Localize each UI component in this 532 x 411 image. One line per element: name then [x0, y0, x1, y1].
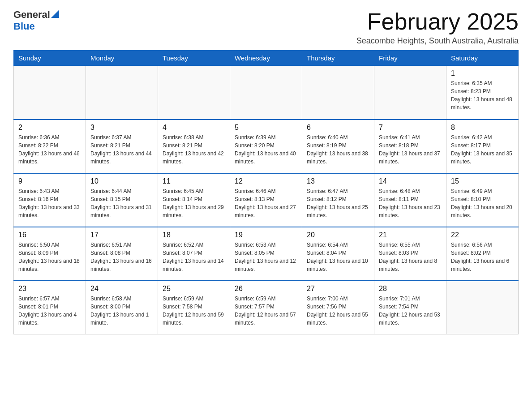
col-sunday: Sunday [14, 51, 86, 66]
day-info: Sunrise: 6:36 AMSunset: 8:22 PMDaylight:… [18, 133, 81, 166]
table-row: 7Sunrise: 6:41 AMSunset: 8:18 PMDaylight… [374, 120, 446, 173]
table-row [86, 66, 158, 120]
day-number: 3 [90, 124, 153, 132]
day-number: 13 [307, 177, 369, 185]
day-info: Sunrise: 6:37 AMSunset: 8:21 PMDaylight:… [90, 133, 153, 166]
logo-blue-text: Blue [13, 21, 35, 32]
table-row: 5Sunrise: 6:39 AMSunset: 8:20 PMDaylight… [230, 120, 302, 173]
day-info: Sunrise: 6:45 AMSunset: 8:14 PMDaylight:… [163, 187, 225, 219]
table-row: 26Sunrise: 6:59 AMSunset: 7:57 PMDayligh… [230, 281, 302, 334]
day-number: 21 [379, 231, 442, 239]
table-row: 19Sunrise: 6:53 AMSunset: 8:05 PMDayligh… [230, 227, 302, 281]
day-info: Sunrise: 6:49 AMSunset: 8:10 PMDaylight:… [451, 187, 514, 219]
table-row: 23Sunrise: 6:57 AMSunset: 8:01 PMDayligh… [14, 281, 86, 334]
day-info: Sunrise: 6:39 AMSunset: 8:20 PMDaylight:… [235, 133, 297, 166]
table-row [374, 66, 446, 120]
day-info: Sunrise: 6:44 AMSunset: 8:15 PMDaylight:… [90, 187, 153, 219]
day-info: Sunrise: 6:55 AMSunset: 8:03 PMDaylight:… [379, 241, 442, 273]
calendar-header-row: Sunday Monday Tuesday Wednesday Thursday… [14, 51, 519, 66]
day-number: 2 [18, 124, 81, 132]
table-row [158, 66, 230, 120]
month-title: February 2025 [356, 9, 519, 34]
calendar-week-row: 23Sunrise: 6:57 AMSunset: 8:01 PMDayligh… [14, 281, 519, 334]
table-row [446, 281, 519, 334]
day-info: Sunrise: 6:43 AMSunset: 8:16 PMDaylight:… [18, 187, 81, 219]
col-tuesday: Tuesday [158, 51, 230, 66]
day-number: 12 [235, 177, 297, 185]
logo-general-text: General [13, 9, 50, 21]
table-row: 15Sunrise: 6:49 AMSunset: 8:10 PMDayligh… [446, 173, 519, 227]
day-number: 11 [163, 177, 225, 185]
table-row: 3Sunrise: 6:37 AMSunset: 8:21 PMDaylight… [86, 120, 158, 173]
day-info: Sunrise: 6:42 AMSunset: 8:17 PMDaylight:… [451, 133, 514, 166]
day-number: 24 [90, 285, 153, 293]
table-row: 18Sunrise: 6:52 AMSunset: 8:07 PMDayligh… [158, 227, 230, 281]
table-row: 25Sunrise: 6:59 AMSunset: 7:58 PMDayligh… [158, 281, 230, 334]
col-thursday: Thursday [302, 51, 374, 66]
day-info: Sunrise: 7:01 AMSunset: 7:54 PMDaylight:… [379, 295, 442, 327]
table-row: 20Sunrise: 6:54 AMSunset: 8:04 PMDayligh… [302, 227, 374, 281]
day-number: 22 [451, 231, 514, 239]
day-info: Sunrise: 6:52 AMSunset: 8:07 PMDaylight:… [163, 241, 225, 273]
logo-triangle-icon [51, 10, 59, 18]
table-row: 2Sunrise: 6:36 AMSunset: 8:22 PMDaylight… [14, 120, 86, 173]
day-number: 16 [18, 231, 81, 239]
table-row: 21Sunrise: 6:55 AMSunset: 8:03 PMDayligh… [374, 227, 446, 281]
day-info: Sunrise: 6:48 AMSunset: 8:11 PMDaylight:… [379, 187, 442, 219]
day-info: Sunrise: 6:46 AMSunset: 8:13 PMDaylight:… [235, 187, 297, 219]
day-number: 6 [307, 124, 369, 132]
day-info: Sunrise: 6:51 AMSunset: 8:08 PMDaylight:… [90, 241, 153, 273]
calendar-week-row: 1Sunrise: 6:35 AMSunset: 8:23 PMDaylight… [14, 66, 519, 120]
logo: General Blue [13, 9, 59, 32]
day-number: 23 [18, 285, 81, 293]
day-info: Sunrise: 6:53 AMSunset: 8:05 PMDaylight:… [235, 241, 297, 273]
day-number: 4 [163, 124, 225, 132]
table-row: 1Sunrise: 6:35 AMSunset: 8:23 PMDaylight… [446, 66, 519, 120]
table-row: 9Sunrise: 6:43 AMSunset: 8:16 PMDaylight… [14, 173, 86, 227]
table-row: 8Sunrise: 6:42 AMSunset: 8:17 PMDaylight… [446, 120, 519, 173]
col-monday: Monday [86, 51, 158, 66]
calendar-week-row: 16Sunrise: 6:50 AMSunset: 8:09 PMDayligh… [14, 227, 519, 281]
table-row [14, 66, 86, 120]
day-info: Sunrise: 6:47 AMSunset: 8:12 PMDaylight:… [307, 187, 369, 219]
calendar-week-row: 2Sunrise: 6:36 AMSunset: 8:22 PMDaylight… [14, 120, 519, 173]
table-row: 28Sunrise: 7:01 AMSunset: 7:54 PMDayligh… [374, 281, 446, 334]
table-row: 10Sunrise: 6:44 AMSunset: 8:15 PMDayligh… [86, 173, 158, 227]
table-row [302, 66, 374, 120]
day-info: Sunrise: 6:35 AMSunset: 8:23 PMDaylight:… [451, 79, 514, 111]
day-number: 14 [379, 177, 442, 185]
day-number: 10 [90, 177, 153, 185]
day-number: 20 [307, 231, 369, 239]
table-row [230, 66, 302, 120]
table-row: 27Sunrise: 7:00 AMSunset: 7:56 PMDayligh… [302, 281, 374, 334]
day-info: Sunrise: 6:56 AMSunset: 8:02 PMDaylight:… [451, 241, 514, 273]
day-info: Sunrise: 6:59 AMSunset: 7:57 PMDaylight:… [235, 295, 297, 327]
day-number: 19 [235, 231, 297, 239]
day-info: Sunrise: 6:41 AMSunset: 8:18 PMDaylight:… [379, 133, 442, 166]
col-saturday: Saturday [446, 51, 519, 66]
day-number: 5 [235, 124, 297, 132]
day-info: Sunrise: 6:54 AMSunset: 8:04 PMDaylight:… [307, 241, 369, 273]
col-friday: Friday [374, 51, 446, 66]
day-number: 9 [18, 177, 81, 185]
calendar-week-row: 9Sunrise: 6:43 AMSunset: 8:16 PMDaylight… [14, 173, 519, 227]
table-row: 6Sunrise: 6:40 AMSunset: 8:19 PMDaylight… [302, 120, 374, 173]
svg-marker-0 [51, 10, 59, 18]
table-row: 14Sunrise: 6:48 AMSunset: 8:11 PMDayligh… [374, 173, 446, 227]
day-number: 1 [451, 69, 514, 77]
day-info: Sunrise: 6:57 AMSunset: 8:01 PMDaylight:… [18, 295, 81, 327]
day-info: Sunrise: 6:58 AMSunset: 8:00 PMDaylight:… [90, 295, 153, 327]
title-area: February 2025 Seacombe Heights, South Au… [356, 9, 519, 46]
day-info: Sunrise: 7:00 AMSunset: 7:56 PMDaylight:… [307, 295, 369, 327]
table-row: 11Sunrise: 6:45 AMSunset: 8:14 PMDayligh… [158, 173, 230, 227]
table-row: 4Sunrise: 6:38 AMSunset: 8:21 PMDaylight… [158, 120, 230, 173]
day-number: 28 [379, 285, 442, 293]
table-row: 13Sunrise: 6:47 AMSunset: 8:12 PMDayligh… [302, 173, 374, 227]
table-row: 17Sunrise: 6:51 AMSunset: 8:08 PMDayligh… [86, 227, 158, 281]
table-row: 16Sunrise: 6:50 AMSunset: 8:09 PMDayligh… [14, 227, 86, 281]
day-info: Sunrise: 6:38 AMSunset: 8:21 PMDaylight:… [163, 133, 225, 166]
table-row: 24Sunrise: 6:58 AMSunset: 8:00 PMDayligh… [86, 281, 158, 334]
location-subtitle: Seacombe Heights, South Australia, Austr… [356, 36, 519, 46]
day-number: 25 [163, 285, 225, 293]
col-wednesday: Wednesday [230, 51, 302, 66]
